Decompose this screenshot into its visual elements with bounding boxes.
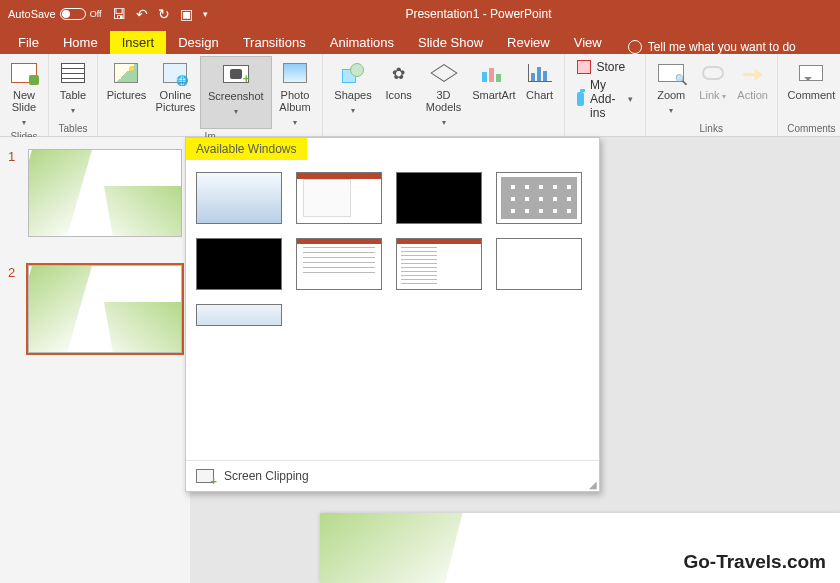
watermark: Go-Travels.com (683, 551, 826, 573)
store-icon (577, 60, 591, 74)
action-icon (743, 65, 763, 81)
slide-thumbnails-pane[interactable]: 1 2 (0, 137, 190, 583)
autosave-toggle[interactable]: AutoSave Off (8, 8, 102, 20)
chevron-down-icon: ▾ (628, 94, 633, 104)
new-slide-button[interactable]: New Slide (4, 56, 44, 129)
autosave-label: AutoSave (8, 8, 56, 20)
start-slideshow-icon[interactable]: ▣ (180, 6, 193, 22)
window-thumbnail-7[interactable] (396, 238, 482, 290)
available-windows-header: Available Windows (186, 138, 307, 160)
new-slide-icon (11, 63, 37, 83)
my-addins-button[interactable]: My Add-ins ▾ (577, 78, 633, 120)
shapes-button[interactable]: Shapes (327, 56, 378, 132)
window-thumbnail-5[interactable] (196, 238, 282, 290)
window-thumbnail-1[interactable] (196, 172, 282, 224)
tab-file[interactable]: File (6, 31, 51, 54)
screenshot-dropdown: Available Windows Screen Clipping ◢ (185, 137, 600, 492)
window-title: Presentation1 - PowerPoint (405, 7, 551, 21)
link-icon (702, 66, 724, 80)
tab-insert[interactable]: Insert (110, 31, 167, 54)
window-thumbnail-3[interactable] (396, 172, 482, 224)
group-illustrations-label (327, 132, 559, 136)
smartart-button[interactable]: SmartArt (468, 56, 519, 132)
photo-album-button[interactable]: Photo Album (272, 56, 319, 129)
thumbnail-row: 2 (8, 265, 182, 353)
tab-slideshow[interactable]: Slide Show (406, 31, 495, 54)
addins-icon (577, 92, 585, 106)
chart-button[interactable]: Chart (520, 56, 560, 132)
redo-icon[interactable]: ↻ (158, 6, 170, 22)
icons-button[interactable]: ✿ Icons (379, 56, 419, 132)
available-windows-grid (186, 160, 599, 460)
screenshot-button[interactable]: Screenshot (200, 56, 272, 129)
table-button[interactable]: Table (53, 56, 93, 121)
screen-clipping-icon (196, 469, 214, 483)
undo-icon[interactable]: ↶ (136, 6, 148, 22)
group-tables-label: Tables (53, 121, 93, 136)
link-button[interactable]: Link (693, 56, 733, 121)
tab-review[interactable]: Review (495, 31, 562, 54)
title-bar: AutoSave Off 🖫 ↶ ↻ ▣ ▾ Presentation1 - P… (0, 0, 840, 27)
screenshot-icon (223, 65, 249, 83)
qat-more-icon[interactable]: ▾ (203, 9, 208, 19)
window-thumbnail-6[interactable] (296, 238, 382, 290)
3d-models-button[interactable]: 3D Models (419, 56, 469, 132)
slide-thumbnail-2[interactable] (28, 265, 182, 353)
window-thumbnail-4[interactable] (496, 172, 582, 224)
screen-clipping-label: Screen Clipping (224, 469, 309, 483)
tab-transitions[interactable]: Transitions (231, 31, 318, 54)
pictures-button[interactable]: Pictures (102, 56, 151, 129)
tell-me-placeholder: Tell me what you want to do (648, 40, 796, 54)
cube-icon (433, 63, 455, 83)
tell-me-search[interactable]: Tell me what you want to do (628, 40, 796, 54)
smartart-icon (482, 64, 506, 82)
comment-button[interactable]: Comment (782, 56, 840, 121)
shapes-icon (342, 63, 364, 83)
slide-number: 1 (8, 149, 20, 237)
comment-icon (799, 65, 823, 81)
group-addins-label (569, 124, 641, 128)
chart-icon (528, 64, 552, 82)
pictures-icon (114, 63, 138, 83)
window-thumbnail-2[interactable] (296, 172, 382, 224)
zoom-icon (658, 64, 684, 82)
tab-animations[interactable]: Animations (318, 31, 406, 54)
icons-icon: ✿ (388, 63, 410, 83)
autosave-switch-icon (60, 8, 86, 20)
group-comments-label: Comments (782, 121, 840, 136)
tab-view[interactable]: View (562, 31, 614, 54)
zoom-button[interactable]: Zoom (650, 56, 693, 121)
store-button[interactable]: Store (577, 60, 633, 74)
tab-home[interactable]: Home (51, 31, 110, 54)
online-pictures-button[interactable]: Online Pictures (151, 56, 200, 129)
thumbnail-row: 1 (8, 149, 182, 237)
window-thumbnail-8[interactable] (496, 238, 582, 290)
group-links-label: Links (650, 121, 773, 136)
slide-thumbnail-1[interactable] (28, 149, 182, 237)
ribbon: New Slide Slides Table Tables Pictures O… (0, 54, 840, 137)
tab-design[interactable]: Design (166, 31, 230, 54)
window-thumbnail-9[interactable] (196, 304, 282, 326)
lightbulb-icon (628, 40, 642, 54)
autosave-state: Off (90, 9, 102, 19)
save-icon[interactable]: 🖫 (112, 6, 126, 22)
ribbon-tabs: File Home Insert Design Transitions Anim… (0, 27, 840, 54)
table-icon (61, 63, 85, 83)
slide-number: 2 (8, 265, 20, 353)
screen-clipping-button[interactable]: Screen Clipping (186, 460, 599, 491)
online-pictures-icon (163, 63, 187, 83)
photo-album-icon (283, 63, 307, 83)
action-button[interactable]: Action (733, 56, 773, 121)
resize-grip-icon[interactable]: ◢ (589, 479, 597, 490)
